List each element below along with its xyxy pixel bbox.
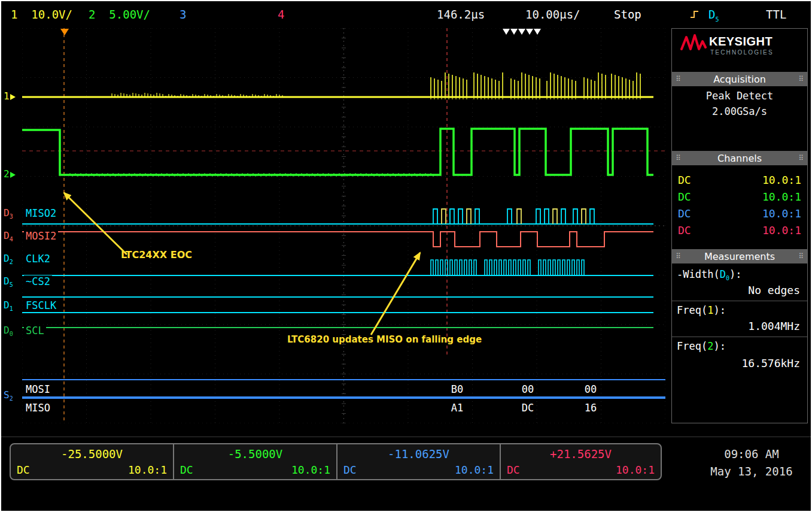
trigger-edge-icon <box>689 9 700 22</box>
ch4-scale-control[interactable]: 4 <box>278 8 284 21</box>
signal-name-cs2[interactable]: ~CS2 <box>24 275 52 288</box>
ch1-number: 1 <box>11 8 17 21</box>
grip-icon: ⠿ <box>676 252 681 260</box>
ch1-marker-arrow-icon <box>10 94 16 100</box>
digital-channel-label-d1[interactable]: D1 <box>4 299 13 312</box>
ch2-probe-bottom: 10.0:1 <box>291 463 330 476</box>
bottom-ch1-readout[interactable]: -25.5000V DC10.0:1 <box>11 444 173 479</box>
signal-name-mosi2[interactable]: MOSI2 <box>24 230 58 243</box>
ch2-scale-control[interactable]: 2 5.00V/ <box>89 8 150 21</box>
oscilloscope-screen: 1 10.0V/ 2 5.00V/ 3 4 146.2μs 10.00μs/ S… <box>0 0 812 512</box>
miso-byte-1: DC <box>510 402 546 414</box>
digital-channel-label-d3[interactable]: D3 <box>4 207 13 220</box>
bottom-ch2-readout[interactable]: -5.5000V DC10.0:1 <box>174 444 336 479</box>
ch4-number: 4 <box>278 8 284 21</box>
digital-channel-label-d2[interactable]: D2 <box>4 253 13 265</box>
meas-freq1-label[interactable]: Freq(1): <box>677 304 726 316</box>
run-state[interactable]: Stop <box>614 8 641 21</box>
keysight-spark-icon <box>680 34 707 51</box>
ch4-probe-bottom: 10.0:1 <box>616 463 655 476</box>
ch3-coupling-bottom: DC <box>343 463 357 476</box>
grip-icon: ⠿ <box>798 252 804 260</box>
ch2-probe: 10.0:1 <box>762 190 801 203</box>
channel-row-1[interactable]: DC 10.0:1 <box>673 172 806 187</box>
annotation-miso-update: LTC6820 updates MISO on falling edge <box>287 334 482 345</box>
serial-row-miso-label[interactable]: MISO <box>24 402 52 414</box>
bottom-readout-bar: -25.5000V DC10.0:1 -5.5000V DC10.0:1 -11… <box>10 443 662 480</box>
meas-freq2-pre: Freq( <box>677 340 707 352</box>
ch3-probe: 10.0:1 <box>762 207 801 220</box>
meas-freq1-post: ): <box>713 304 725 316</box>
ch3-probe-bottom: 10.0:1 <box>455 463 494 476</box>
trigger-source-sub: 5 <box>715 16 719 23</box>
ch1-coupling: DC <box>678 174 691 186</box>
serial-bus-label-s2[interactable]: S2 <box>4 389 13 402</box>
ch1-probe: 10.0:1 <box>762 174 801 186</box>
ch4-coupling: DC <box>678 224 691 237</box>
meas-width-pre: -Width( <box>677 268 720 280</box>
acquisition-title: Acquisition <box>713 74 766 85</box>
signal-name-fsclk[interactable]: FSCLK <box>24 299 58 312</box>
signal-name-scl[interactable]: SCL <box>24 325 46 337</box>
channels-panel-header[interactable]: ⠿ Channels ⠿ <box>672 151 807 165</box>
ch1-offset-value: -25.5000V <box>11 447 173 461</box>
channel-row-2[interactable]: DC 10.0:1 <box>673 189 806 204</box>
s2-prefix: S <box>4 389 10 401</box>
bottom-ch4-readout[interactable]: +21.5625V DC10.0:1 <box>501 444 661 479</box>
ch3-number: 3 <box>180 8 186 21</box>
grip-icon: ⠿ <box>798 154 804 162</box>
grip-icon: ⠿ <box>798 75 804 83</box>
sample-rate: 2.00GSa/s <box>672 105 807 117</box>
measurements-title: Measurements <box>704 251 775 262</box>
signal-name-miso2[interactable]: MISO2 <box>24 207 58 220</box>
ch4-coupling-bottom: DC <box>507 463 520 476</box>
meas-freq1-chan: 1 <box>707 304 713 316</box>
ch2-ground-marker[interactable]: 2 <box>4 168 16 180</box>
meas-width-chan: D0 <box>720 268 729 280</box>
digital-channel-label-d4[interactable]: D4 <box>4 230 13 243</box>
mosi-byte-2: 00 <box>573 383 609 395</box>
miso-byte-2: 16 <box>573 402 609 414</box>
ch1-ground-marker[interactable]: 1 <box>4 90 16 102</box>
divider <box>1 437 811 437</box>
signal-name-clk2[interactable]: CLK2 <box>24 253 52 265</box>
d1-prefix: D <box>4 299 10 311</box>
trigger-mode[interactable]: TTL <box>766 8 786 21</box>
brand-name: KEYSIGHT <box>709 35 773 49</box>
meas-freq1-value: 1.004MHz <box>748 320 800 332</box>
ch2-marker-label: 2 <box>4 168 10 180</box>
divider <box>672 337 807 337</box>
d5-prefix: D <box>4 275 10 287</box>
d4-sub: 4 <box>10 236 13 243</box>
meas-freq2-label[interactable]: Freq(2): <box>677 340 726 352</box>
d2-sub: 2 <box>10 259 13 265</box>
bottom-ch3-readout[interactable]: -11.0625V DC10.0:1 <box>337 444 500 479</box>
ch1-scale-control[interactable]: 1 10.0V/ <box>11 8 72 21</box>
d3-sub: 3 <box>10 213 13 220</box>
waveform-display <box>22 28 665 423</box>
d4-prefix: D <box>4 230 10 241</box>
d1-sub: 1 <box>10 305 13 312</box>
acquisition-panel-header[interactable]: ⠿ Acquisition ⠿ <box>672 72 807 86</box>
meas-width-label[interactable]: -Width(D0): <box>677 268 741 281</box>
meas-freq2-chan: 2 <box>707 340 713 352</box>
digital-channel-label-d0[interactable]: D0 <box>4 325 13 337</box>
d0-sub: 0 <box>10 331 13 337</box>
ch1-scale: 10.0V/ <box>31 8 72 21</box>
trigger-source[interactable]: D5 <box>708 8 719 23</box>
meas-width-post: ): <box>729 268 741 280</box>
channel-row-3[interactable]: DC 10.0:1 <box>673 206 806 220</box>
s2-sub: 2 <box>10 395 13 402</box>
ch1-marker-label: 1 <box>4 90 10 102</box>
annotation-eoc: LTC24XX EOC <box>121 249 192 260</box>
measurements-panel-header[interactable]: ⠿ Measurements ⠿ <box>672 249 807 263</box>
serial-row-mosi-label[interactable]: MOSI <box>24 383 52 396</box>
digital-channel-label-d5[interactable]: D5 <box>4 275 13 288</box>
channel-row-4[interactable]: DC 10.0:1 <box>673 223 806 237</box>
timebase-readout[interactable]: 10.00μs/ <box>525 8 580 21</box>
meas-freq2-post: ): <box>713 340 725 352</box>
ch3-scale-control[interactable]: 3 <box>180 8 186 21</box>
delay-readout[interactable]: 146.2μs <box>437 8 485 21</box>
ch2-marker-arrow-icon <box>10 172 16 178</box>
ch2-number: 2 <box>89 8 95 21</box>
